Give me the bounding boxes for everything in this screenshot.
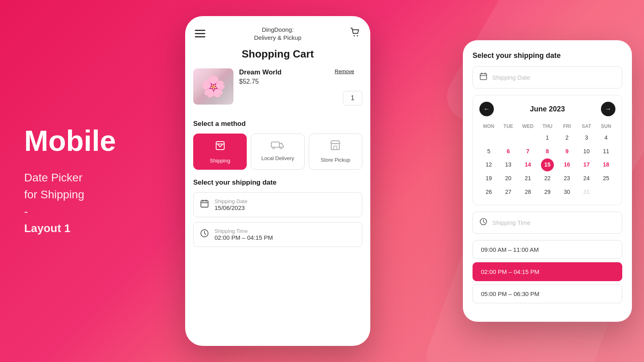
date-field-content: Shipping Date 15/06/2023 (215, 198, 248, 211)
product-info: Dream World $52.75 Remove 1 (239, 68, 362, 105)
left-section: Mobile Date Picker for Shipping - Layout… (0, 101, 161, 261)
shipping-time-field[interactable]: Shipping Time 02:00 PM – 04:15 PM (193, 222, 362, 247)
cal-day-empty (597, 186, 615, 199)
cal-day-12[interactable]: 12 (479, 158, 498, 171)
calendar-prev[interactable]: ← (479, 102, 494, 116)
qty-area: 1 (239, 89, 362, 105)
cal-day-9[interactable]: 9 (557, 145, 576, 158)
cal-day-1[interactable]: 1 (538, 132, 557, 144)
shipping-time-label: Shipping Time (215, 228, 273, 234)
cal-day-31[interactable]: 31 (577, 186, 596, 199)
calendar-next[interactable]: → (601, 102, 615, 116)
cal-day-13[interactable]: 13 (499, 158, 518, 171)
cal-day-empty (479, 132, 498, 144)
cal-day-17[interactable]: 17 (577, 158, 596, 171)
time-slot-0[interactable]: 09:00 AM – 11:00 AM (473, 240, 622, 259)
calendar-icon (200, 199, 209, 210)
app-name: DingDoong: Delivery & Pickup (254, 26, 301, 41)
rp-date-field[interactable]: Shipping Date (473, 66, 622, 88)
top-bar: DingDoong: Delivery & Pickup (193, 26, 362, 41)
rp-calendar-icon (479, 72, 487, 82)
rp-date-placeholder: Shipping Date (492, 74, 530, 81)
svg-rect-7 (334, 146, 337, 150)
svg-rect-8 (201, 201, 208, 207)
method-buttons: Shipping Local Delivery (193, 134, 362, 170)
cart-icon[interactable] (350, 27, 361, 40)
cal-day-14[interactable]: 14 (518, 158, 537, 171)
cal-day-27[interactable]: 27 (499, 186, 518, 199)
cal-day-6[interactable]: 6 (499, 145, 518, 158)
shipping-time-value: 02:00 PM – 04:15 PM (215, 234, 273, 241)
cal-day-18[interactable]: 18 (597, 158, 615, 171)
shipping-date-value: 15/06/2023 (215, 204, 248, 211)
product-header: Dream World $52.75 Remove (239, 68, 362, 89)
cal-day-28[interactable]: 28 (518, 186, 537, 199)
subtitle-line2: for Shipping (24, 188, 84, 201)
method-shipping[interactable]: Shipping (193, 134, 247, 170)
product-row: 🌸 Dream World $52.75 Remove 1 (193, 68, 362, 112)
cal-day-3[interactable]: 3 (577, 132, 596, 144)
cal-day-header-mon: MON (479, 122, 498, 131)
left-subtitle: Date Picker for Shipping - Layout 1 (24, 169, 137, 237)
shipping-label: Shipping (210, 158, 230, 164)
subtitle-dash: - (24, 205, 28, 218)
cal-day-header-tue: TUE (499, 122, 518, 131)
svg-point-4 (272, 147, 275, 149)
cal-day-11[interactable]: 11 (597, 145, 615, 158)
cal-day-header-fri: FRI (557, 122, 576, 131)
cal-day-8[interactable]: 8 (538, 145, 557, 158)
cal-day-10[interactable]: 10 (577, 145, 596, 158)
cal-day-22[interactable]: 22 (538, 172, 557, 185)
cal-day-5[interactable]: 5 (479, 145, 498, 158)
cal-day-16[interactable]: 16 (557, 158, 576, 171)
shipping-date-field[interactable]: Shipping Date 15/06/2023 (193, 192, 362, 217)
cal-day-4[interactable]: 4 (597, 132, 615, 144)
hamburger-line1 (195, 30, 205, 31)
cal-day-empty (518, 132, 537, 144)
phone-left-inner: DingDoong: Delivery & Pickup Shopping Ca… (185, 16, 370, 346)
remove-button[interactable]: Remove (335, 68, 354, 74)
svg-rect-3 (271, 142, 279, 147)
time-slots-container: 09:00 AM – 11:00 AM02:00 PM – 04:15 PM05… (473, 240, 622, 303)
cal-day-19[interactable]: 19 (479, 172, 498, 185)
cal-day-header-sat: SAT (577, 122, 596, 131)
cal-day-25[interactable]: 25 (597, 172, 615, 185)
hamburger-line3 (195, 36, 205, 37)
cal-day-24[interactable]: 24 (577, 172, 596, 185)
cal-day-26[interactable]: 26 (479, 186, 498, 199)
svg-point-1 (357, 35, 358, 36)
cal-day-30[interactable]: 30 (557, 186, 576, 199)
hamburger-menu[interactable] (195, 30, 205, 37)
method-local-delivery[interactable]: Local Delivery (251, 134, 304, 170)
cal-day-15[interactable]: 15 (541, 158, 554, 171)
rp-clock-icon (479, 218, 487, 228)
cal-day-2[interactable]: 2 (557, 132, 576, 144)
page-title: Shopping Cart (193, 48, 362, 60)
local-delivery-icon (271, 140, 285, 152)
quantity-box[interactable]: 1 (343, 91, 362, 105)
cal-day-7[interactable]: 7 (518, 145, 537, 158)
product-name: Dream World (239, 68, 282, 76)
cal-day-23[interactable]: 23 (557, 172, 576, 185)
rp-time-placeholder: Shipping Time (492, 219, 530, 226)
svg-point-0 (353, 35, 355, 36)
product-price: $52.75 (239, 78, 282, 85)
time-slot-2[interactable]: 05:00 PM – 06:30 PM (473, 284, 622, 303)
phone-left: DingDoong: Delivery & Pickup Shopping Ca… (185, 16, 370, 346)
left-title: Mobile (24, 125, 137, 157)
calendar-grid: MONTUEWEDTHUFRISATSUN1234567891011121314… (479, 122, 615, 198)
svg-rect-2 (216, 142, 224, 150)
cal-day-29[interactable]: 29 (538, 186, 557, 199)
time-slot-1[interactable]: 02:00 PM – 04:15 PM (473, 262, 622, 281)
shipping-icon (214, 140, 226, 154)
calendar-header: ← June 2023 → (479, 102, 615, 116)
time-field-content: Shipping Time 02:00 PM – 04:15 PM (215, 228, 273, 241)
hamburger-line2 (195, 33, 205, 34)
cal-day-20[interactable]: 20 (499, 172, 518, 185)
rp-time-field[interactable]: Shipping Time (473, 212, 622, 234)
method-store-pickup[interactable]: Store Pickup (309, 134, 362, 170)
store-pickup-label: Store Pickup (320, 157, 350, 163)
rp-section-label: Select your shipping date (473, 51, 622, 60)
cal-day-header-wed: WED (518, 122, 537, 131)
cal-day-21[interactable]: 21 (518, 172, 537, 185)
